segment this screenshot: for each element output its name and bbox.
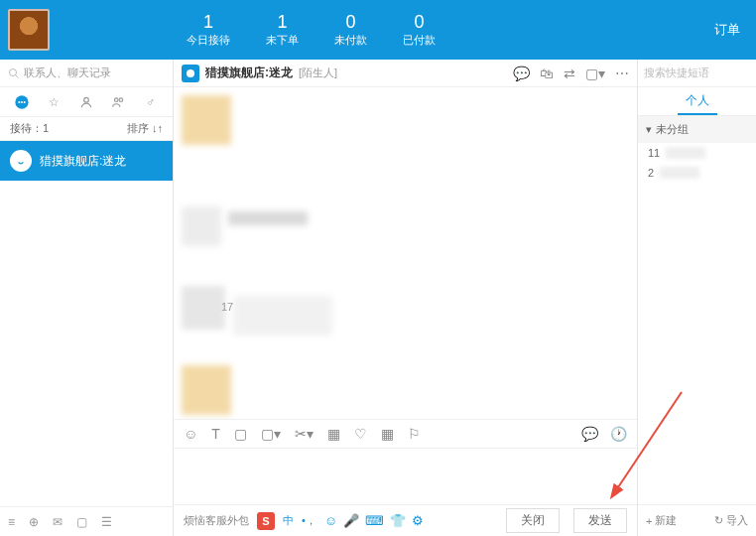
- ime-keyboard-icon[interactable]: ⌨: [365, 513, 384, 528]
- send-button[interactable]: 发送: [573, 508, 627, 533]
- blurred-content: [660, 167, 699, 179]
- plus-icon: +: [646, 515, 652, 527]
- svg-point-0: [10, 68, 17, 75]
- svg-point-9: [15, 155, 27, 167]
- import-button[interactable]: ↻ 导入: [714, 513, 748, 528]
- chat-title: 猎摸旗舰店:迷龙: [205, 65, 293, 81]
- chat-header: 猎摸旗舰店:迷龙 [陌生人] 💬 🛍 ⇄ ▢▾ ⋯: [174, 60, 637, 87]
- tool-cart-icon[interactable]: 🛍: [540, 66, 554, 81]
- card-icon[interactable]: ▢: [76, 515, 87, 529]
- status-row: 接待：1 排序 ↓↑: [0, 117, 173, 141]
- footer-text: 烦恼客服外包: [184, 513, 249, 528]
- menu-icon[interactable]: ≡: [8, 515, 15, 529]
- message-input[interactable]: [174, 449, 637, 504]
- left-sidebar: 联系人、聊天记录 ☆ ♂ 接待：1 排序 ↓↑ 猎摸旗舰店:迷龙 ≡ ⊕ ✉ ▢…: [0, 60, 174, 536]
- chat-tag: [陌生人]: [299, 66, 337, 80]
- ime-badge-icon[interactable]: S: [257, 512, 275, 530]
- tab-personal[interactable]: 个人: [678, 87, 717, 115]
- ime-icons: ☺ 🎤 ⌨ 👕 ⚙: [324, 513, 424, 528]
- inbox-icon[interactable]: ⊕: [29, 515, 39, 529]
- blurred-content: [233, 296, 332, 335]
- right-bottom-bar: +新建 ↻ 导入: [638, 504, 756, 536]
- heart-icon[interactable]: ♡: [354, 426, 367, 442]
- folder-icon[interactable]: ▢▾: [261, 426, 281, 442]
- contact-search[interactable]: 联系人、聊天记录: [0, 60, 173, 87]
- svg-point-6: [84, 97, 89, 102]
- ime-shirt-icon[interactable]: 👕: [390, 513, 406, 528]
- tool-video-icon[interactable]: ▢▾: [585, 66, 605, 81]
- group-label: 未分组: [656, 122, 689, 137]
- svg-line-1: [16, 74, 19, 77]
- ime-mic-icon[interactable]: 🎤: [343, 513, 359, 528]
- contact-name: 猎摸旗舰店:迷龙: [40, 153, 126, 170]
- chat-avatar-icon: [182, 65, 199, 82]
- stat-paid[interactable]: 0已付款: [385, 12, 453, 49]
- sidebar-tabs: ☆ ♂: [0, 87, 173, 117]
- svg-point-8: [120, 97, 124, 101]
- phrase-item[interactable]: 2: [638, 163, 756, 183]
- phrase-item[interactable]: 11: [638, 143, 756, 163]
- blurred-content: [182, 365, 231, 415]
- svg-point-3: [19, 101, 21, 103]
- app-header: 1今日接待 1未下单 0未付款 0已付款 订单: [0, 0, 756, 60]
- svg-point-10: [187, 69, 194, 77]
- chat-message-area[interactable]: 17: [174, 87, 637, 419]
- close-button[interactable]: 关闭: [506, 508, 560, 533]
- phrase-num: 2: [648, 167, 654, 179]
- film-icon[interactable]: ▦: [327, 426, 340, 442]
- new-button[interactable]: +新建: [646, 513, 677, 528]
- flag-icon[interactable]: ⚐: [408, 426, 421, 442]
- svg-point-7: [115, 97, 119, 101]
- svg-point-5: [24, 101, 26, 103]
- history-icon[interactable]: 💬: [581, 426, 598, 442]
- left-bottom-bar: ≡ ⊕ ✉ ▢ ☰: [0, 506, 173, 536]
- tab-star-icon[interactable]: ☆: [46, 93, 63, 111]
- blurred-content: [182, 95, 231, 145]
- chevron-down-icon: ▾: [646, 123, 652, 136]
- ime-settings-icon[interactable]: ⚙: [412, 513, 424, 528]
- tab-group-icon[interactable]: [109, 93, 127, 111]
- tool-transfer-icon[interactable]: ⇄: [564, 66, 575, 81]
- cut-icon[interactable]: ✂▾: [295, 426, 314, 442]
- tab-person-icon[interactable]: [77, 93, 95, 111]
- tab-link-icon[interactable]: ♂: [142, 93, 160, 111]
- blurred-content: [182, 206, 221, 246]
- phrase-search[interactable]: 搜索快捷短语: [638, 60, 756, 87]
- font-icon[interactable]: T: [211, 426, 220, 442]
- sort-toggle[interactable]: 排序 ↓↑: [127, 121, 163, 136]
- header-stats: 1今日接待 1未下单 0未付款 0已付款: [169, 12, 453, 49]
- search-placeholder: 联系人、聊天记录: [24, 66, 111, 80]
- editor-toolbar: ☺ T ▢ ▢▾ ✂▾ ▦ ♡ ▦ ⚐ 💬 🕐: [174, 419, 637, 449]
- header-tab-orders[interactable]: 订单: [714, 21, 748, 39]
- user-avatar[interactable]: [8, 9, 50, 51]
- list-icon[interactable]: ☰: [101, 515, 112, 529]
- clock-icon[interactable]: 🕐: [610, 426, 627, 442]
- input-bottom-bar: 烦恼客服外包 S 中 •， ☺ 🎤 ⌨ 👕 ⚙ 关闭 发送: [174, 504, 637, 536]
- phrase-search-placeholder: 搜索快捷短语: [644, 66, 709, 80]
- group-uncategorized[interactable]: ▾ 未分组: [638, 116, 756, 143]
- tab-chat-icon[interactable]: [13, 93, 31, 111]
- tool-bubble-icon[interactable]: 💬: [513, 66, 530, 81]
- blurred-content: [228, 211, 308, 225]
- ime-punct-icon[interactable]: •，: [302, 513, 316, 528]
- stat-noorder[interactable]: 1未下单: [248, 12, 316, 49]
- contact-item-active[interactable]: 猎摸旗舰店:迷龙: [0, 141, 173, 181]
- stat-today[interactable]: 1今日接待: [169, 12, 248, 49]
- phrase-num: 11: [648, 147, 660, 159]
- ime-lang[interactable]: 中: [283, 513, 294, 528]
- calendar-icon[interactable]: ▦: [381, 426, 394, 442]
- tool-more-icon[interactable]: ⋯: [615, 66, 629, 81]
- mail-icon[interactable]: ✉: [53, 515, 63, 529]
- blurred-content: [182, 286, 225, 330]
- stat-unpaid[interactable]: 0未付款: [316, 12, 385, 49]
- right-sidebar: 搜索快捷短语 个人 ▾ 未分组 11 2 +新建 ↻ 导入: [637, 60, 756, 536]
- contact-avatar-icon: [10, 150, 32, 172]
- chat-panel: 猎摸旗舰店:迷龙 [陌生人] 💬 🛍 ⇄ ▢▾ ⋯ 17 ☺ T ▢ ▢▾ ✂▾: [174, 60, 637, 536]
- emoji-icon[interactable]: ☺: [184, 426, 197, 442]
- image-icon[interactable]: ▢: [234, 426, 247, 442]
- search-icon: [8, 67, 20, 79]
- blurred-content: [666, 147, 705, 159]
- receive-count: 接待：1: [10, 121, 49, 136]
- svg-point-4: [21, 101, 23, 103]
- ime-emoji-icon[interactable]: ☺: [324, 513, 337, 528]
